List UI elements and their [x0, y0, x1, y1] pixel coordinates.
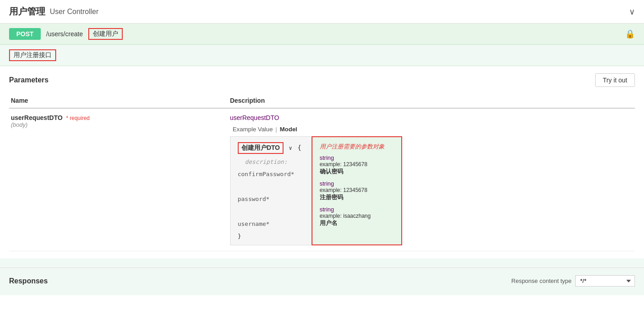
responses-title: Responses: [9, 277, 48, 285]
description-label-text: description:: [245, 158, 288, 165]
parameters-table: Name Description userRequestDTO * requir…: [9, 93, 635, 251]
model-description-value: 用户注册需要的参数对象: [320, 143, 394, 151]
model-content: 创建用户DTO ∨ { description:: [230, 136, 633, 245]
model-tabs: Example Value | Model: [230, 125, 633, 134]
field-entry-username: string example: isaaczhang 用户名: [320, 206, 394, 227]
description-row: 用户注册接口: [0, 45, 644, 66]
tab-example-value[interactable]: Example Value: [230, 125, 276, 134]
responses-section: Responses Response content type */* appl…: [0, 268, 644, 294]
parameters-header: Parameters Try it out: [9, 73, 635, 87]
method-badge: POST: [9, 28, 41, 40]
param-required-text: required: [70, 115, 90, 121]
endpoint-path: /users/create: [46, 30, 83, 38]
header-left: 用户管理 User Controller: [9, 5, 99, 18]
model-class-line: 创建用户DTO ∨ {: [238, 142, 304, 157]
field-label-cn-username: 用户名: [320, 219, 394, 227]
field-example-username: example: isaaczhang: [320, 213, 394, 219]
response-content-type-select[interactable]: */* application/json text/plain: [575, 275, 635, 287]
field-example-confirmPassword: example: 12345678: [320, 161, 394, 168]
header-title-cn: 用户管理: [9, 5, 45, 18]
endpoint-row: POST /users/create 创建用户 🔒: [0, 24, 644, 45]
field-entry-confirmPassword: string example: 12345678 确认密码: [320, 154, 394, 176]
param-name-cell: userRequestDTO * required (body): [9, 108, 228, 251]
field-name-password: password*: [238, 196, 269, 202]
model-schema-left: 创建用户DTO ∨ { description:: [230, 136, 312, 245]
field-entry-password: string example: 12345678 注册密码: [320, 180, 394, 201]
model-open-brace: {: [298, 144, 301, 151]
field-name-confirmPassword: confirmPassword*: [238, 171, 294, 177]
table-row: userRequestDTO * required (body) userReq…: [9, 108, 635, 251]
main-content: POST /users/create 创建用户 🔒 用户注册接口 Paramet…: [0, 24, 644, 295]
chevron-down-icon[interactable]: ∨: [629, 7, 635, 17]
field-username: username*: [238, 220, 304, 227]
parameters-section: Parameters Try it out Name Description u…: [0, 66, 644, 258]
param-required-star: *: [66, 115, 70, 121]
param-body: (body): [11, 121, 226, 128]
field-label-cn-password: 注册密码: [320, 193, 394, 201]
field-confirmPassword: confirmPassword*: [238, 171, 304, 177]
tab-model[interactable]: Model: [277, 125, 300, 134]
response-content-type-wrapper: Response content type */* application/js…: [511, 275, 635, 287]
model-fields-left: confirmPassword* password* username*: [238, 171, 304, 227]
param-description-title: userRequestDTO: [230, 114, 633, 121]
model-schema-right: 用户注册需要的参数对象 string example: 12345678 确认密…: [312, 136, 402, 245]
param-name-wrapper: userRequestDTO * required: [11, 114, 226, 121]
field-password: password*: [238, 196, 304, 202]
header-title-en: User Controller: [50, 8, 99, 16]
field-type-username: string: [320, 206, 394, 213]
parameters-title: Parameters: [9, 76, 48, 84]
col-description-header: Description: [228, 93, 635, 108]
api-description-badge: 用户注册接口: [9, 49, 56, 61]
field-name-username: username*: [238, 220, 269, 227]
model-class-name: 创建用户DTO: [238, 142, 284, 154]
endpoint-label: 创建用户: [88, 28, 123, 40]
try-it-out-button[interactable]: Try it out: [595, 73, 635, 87]
lock-icon: 🔒: [625, 29, 635, 39]
header: 用户管理 User Controller ∨: [0, 0, 644, 24]
model-close-brace: }: [238, 233, 304, 239]
param-description-cell: userRequestDTO Example Value | Model: [228, 108, 635, 251]
col-name-header: Name: [9, 93, 228, 108]
model-description-label: description:: [245, 158, 304, 165]
field-type-password: string: [320, 180, 394, 187]
field-type-confirmPassword: string: [320, 154, 394, 161]
param-name: userRequestDTO: [11, 114, 62, 121]
model-chevron-icon: ∨: [289, 145, 292, 151]
response-content-type-label: Response content type: [511, 278, 572, 284]
field-label-cn-confirmPassword: 确认密码: [320, 168, 394, 176]
field-example-password: example: 12345678: [320, 187, 394, 193]
